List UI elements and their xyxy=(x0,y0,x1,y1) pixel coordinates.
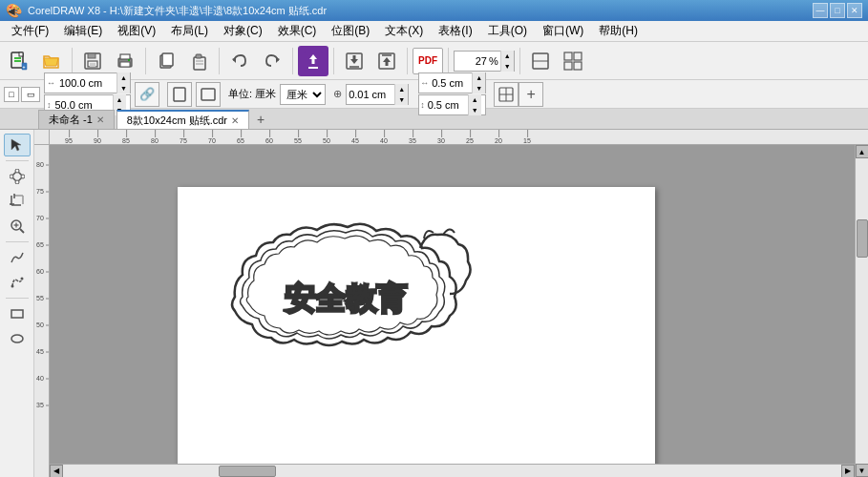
menu-bitmaps[interactable]: 位图(B) xyxy=(324,21,377,41)
snap-button[interactable] xyxy=(494,82,519,107)
zoom-up-button[interactable]: ▲ xyxy=(500,51,514,61)
rtick: 55 xyxy=(294,137,302,144)
tab-untitled[interactable]: 未命名 -1 ✕ xyxy=(38,110,115,129)
print-button[interactable] xyxy=(110,46,140,76)
scrollbar-horizontal[interactable]: ◀ ▶ xyxy=(50,464,855,477)
menu-file[interactable]: 文件(F) xyxy=(4,21,56,41)
width-down[interactable]: ▼ xyxy=(116,83,130,93)
nudge-icon: ⊕ xyxy=(333,88,342,100)
margin1-down[interactable]: ▼ xyxy=(472,83,485,93)
tool-shape[interactable] xyxy=(4,165,31,188)
nudge-up[interactable]: ▲ xyxy=(394,84,408,94)
import-button[interactable] xyxy=(298,46,328,76)
menu-layout[interactable]: 布局(L) xyxy=(163,21,216,41)
nudge-input-box[interactable]: ▲ ▼ xyxy=(346,84,409,105)
scroll-track-horizontal[interactable] xyxy=(63,465,841,478)
tool-freehand[interactable] xyxy=(4,246,31,269)
toolbar-separator-3 xyxy=(219,48,220,74)
margin1-input-box[interactable]: ↔ ▲ ▼ xyxy=(418,73,486,93)
export-up-button[interactable] xyxy=(371,46,402,76)
width-input[interactable] xyxy=(57,77,116,89)
close-button[interactable]: ✕ xyxy=(847,3,862,18)
menu-help[interactable]: 帮助(H) xyxy=(591,21,646,41)
paste-button[interactable] xyxy=(183,46,214,76)
tool-ellipse[interactable] xyxy=(4,327,31,350)
scroll-thumb-horizontal[interactable] xyxy=(219,466,276,477)
full-screen-button[interactable] xyxy=(525,46,556,76)
grid-button[interactable] xyxy=(558,46,588,76)
svg-point-43 xyxy=(15,169,19,173)
toolbar-separator-1 xyxy=(72,48,73,74)
svg-point-46 xyxy=(10,175,13,178)
undo-button[interactable] xyxy=(224,46,255,76)
tab-sticker-close[interactable]: ✕ xyxy=(231,115,239,126)
zoom-input[interactable]: 27 xyxy=(455,55,489,67)
plus-button[interactable]: + xyxy=(519,82,543,107)
zoom-down-button[interactable]: ▼ xyxy=(500,61,514,72)
menu-text[interactable]: 文本(X) xyxy=(377,21,431,41)
svg-rect-33 xyxy=(564,52,572,60)
nudge-input[interactable] xyxy=(347,89,394,100)
menu-object[interactable]: 对象(C) xyxy=(216,21,270,41)
rtick: 65 xyxy=(237,137,244,144)
margin2-down[interactable]: ▼ xyxy=(468,105,481,115)
scroll-up-button[interactable]: ▲ xyxy=(856,145,869,158)
minimize-button[interactable]: — xyxy=(813,3,828,18)
tool-select[interactable] xyxy=(4,134,31,156)
export-down-button[interactable] xyxy=(339,46,370,76)
menu-edit[interactable]: 编辑(E) xyxy=(56,21,110,41)
tab-untitled-close[interactable]: ✕ xyxy=(96,114,104,125)
scroll-right-button[interactable]: ▶ xyxy=(841,465,855,478)
tab-add-button[interactable]: + xyxy=(251,110,270,129)
menu-effects[interactable]: 效果(C) xyxy=(270,21,325,41)
tool-smart[interactable] xyxy=(4,271,31,294)
unit-select[interactable]: 厘米 毫米 英寸 xyxy=(280,84,326,105)
copy-button[interactable] xyxy=(151,46,181,76)
margin1-spin: ▲ ▼ xyxy=(472,73,485,93)
scroll-down-button[interactable]: ▼ xyxy=(856,464,869,477)
scroll-track-vertical[interactable] xyxy=(856,158,869,464)
width-input-box[interactable]: ↔ ▲ ▼ xyxy=(44,73,131,93)
menu-tools[interactable]: 工具(O) xyxy=(480,21,535,41)
svg-text:+: + xyxy=(23,64,26,70)
tool-zoom[interactable] xyxy=(4,215,31,238)
svg-rect-38 xyxy=(201,89,215,100)
portrait-button[interactable] xyxy=(167,82,192,107)
tool-crop[interactable] xyxy=(4,190,31,213)
svg-rect-17 xyxy=(196,54,201,58)
maximize-button[interactable]: □ xyxy=(830,3,845,18)
margin2-up[interactable]: ▲ xyxy=(468,94,481,105)
scrollbar-vertical[interactable]: ▲ ▼ xyxy=(855,145,868,477)
menu-view[interactable]: 视图(V) xyxy=(110,21,163,41)
margin2-input[interactable] xyxy=(426,99,468,111)
menu-window[interactable]: 窗口(W) xyxy=(535,21,591,41)
scroll-left-button[interactable]: ◀ xyxy=(50,465,63,478)
landscape-button[interactable] xyxy=(196,82,221,107)
ruler-ticks-v: 80 75 70 65 60 55 50 45 40 35 xyxy=(34,145,50,477)
save-button[interactable] xyxy=(77,46,108,76)
margin1-up[interactable]: ▲ xyxy=(472,73,485,83)
margin2-input-box[interactable]: ↕ ▲ ▼ xyxy=(418,94,486,115)
property-toolbar: □ ▭ ↔ ▲ ▼ ↕ ▲ ▼ 🔗 单位: 厘米 厘米 xyxy=(0,80,868,109)
tool-rectangle[interactable] xyxy=(4,302,31,325)
pdf-button[interactable]: PDF xyxy=(413,48,443,74)
menu-table[interactable]: 表格(I) xyxy=(431,21,479,41)
margin1-input[interactable] xyxy=(430,77,472,89)
tab-sticker-label: 8款10x24cm 贴纸.cdr xyxy=(127,114,227,128)
sticker-design: 安全教育 安全教育 xyxy=(206,206,474,363)
nudge-down[interactable]: ▼ xyxy=(394,94,408,105)
scroll-thumb-vertical[interactable] xyxy=(857,219,868,258)
left-toolbar xyxy=(0,130,34,477)
svg-point-60 xyxy=(11,335,23,342)
redo-button[interactable] xyxy=(257,46,287,76)
height-up[interactable]: ▲ xyxy=(113,94,126,105)
tab-scroll-left[interactable]: ◀ xyxy=(4,3,19,18)
page-icon: □ xyxy=(4,87,19,102)
svg-rect-12 xyxy=(120,62,130,67)
width-up[interactable]: ▲ xyxy=(116,73,130,83)
lock-ratio-button[interactable]: 🔗 xyxy=(135,82,159,107)
new-button[interactable]: + xyxy=(4,46,34,76)
open-button[interactable] xyxy=(36,46,67,76)
tab-sticker[interactable]: 8款10x24cm 贴纸.cdr ✕ xyxy=(116,110,249,129)
zoom-input-group[interactable]: 27 % ▲ ▼ xyxy=(454,51,515,72)
